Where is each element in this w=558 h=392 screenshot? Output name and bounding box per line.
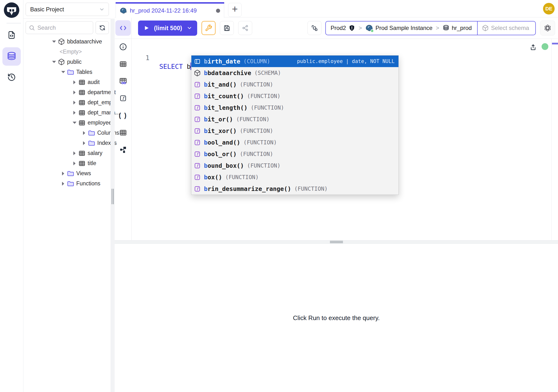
autocomplete-item-bound-box[interactable]: fbound_box()(FUNCTION) bbox=[192, 160, 399, 171]
tree-item-columns[interactable]: Columns bbox=[23, 128, 111, 138]
tree-item-audit[interactable]: audit bbox=[23, 77, 111, 87]
suggestion-name: bit_and() bbox=[204, 81, 236, 88]
breadcrumb-separator: > bbox=[358, 25, 363, 31]
caret-right-icon[interactable] bbox=[72, 100, 76, 104]
panel-resize-handle[interactable] bbox=[111, 18, 115, 392]
run-query-button[interactable]: (limit 500) bbox=[138, 20, 197, 36]
caret-right-icon[interactable] bbox=[82, 131, 86, 135]
functions-button[interactable]: f bbox=[118, 93, 129, 104]
sample-data-button[interactable] bbox=[118, 76, 129, 87]
caret-down-icon[interactable] bbox=[52, 40, 56, 44]
autocomplete-item-bool-or[interactable]: fbool_or()(FUNCTION) bbox=[192, 148, 399, 160]
autocomplete-item-bit-count[interactable]: fbit_count()(FUNCTION) bbox=[192, 90, 399, 102]
ai-assistant-button[interactable] bbox=[540, 20, 555, 35]
chevron-down-icon bbox=[99, 7, 105, 12]
caret-right-icon[interactable] bbox=[61, 182, 65, 185]
sidebar-item-history[interactable] bbox=[5, 71, 18, 84]
batch-query-button[interactable] bbox=[307, 21, 322, 35]
unsaved-dot-icon bbox=[216, 9, 220, 13]
autocomplete-item-birth-date[interactable]: birth_date(COLUMN)public.employee | date… bbox=[192, 55, 399, 67]
table-icon bbox=[119, 129, 127, 136]
database-icon bbox=[443, 25, 449, 31]
tree-item-salary[interactable]: salary bbox=[23, 148, 111, 158]
function-icon: f bbox=[194, 174, 201, 181]
instance-status-dot bbox=[370, 29, 374, 33]
new-tab-button[interactable]: + bbox=[228, 3, 242, 17]
caret-right-icon[interactable] bbox=[72, 161, 76, 165]
autocomplete-item-brin-desummarize-range[interactable]: fbrin_desummarize_range()(FUNCTION) bbox=[192, 183, 399, 195]
tree-item-department[interactable]: department bbox=[23, 87, 111, 97]
caret-down-icon[interactable] bbox=[52, 60, 56, 64]
tree-item-indexes[interactable]: Indexes bbox=[23, 138, 111, 148]
tab-label: hr_prod 2024-11-22 16:49 bbox=[130, 7, 197, 14]
autocomplete-item-bit-length[interactable]: fbit_length()(FUNCTION) bbox=[192, 102, 399, 113]
left-rail bbox=[0, 0, 23, 392]
editor-minimap[interactable] bbox=[551, 39, 558, 240]
suggestion-detail: public.employee | date, NOT NULL bbox=[297, 58, 395, 64]
tree-item-label: dept_mana... bbox=[87, 109, 120, 116]
code-view-toggle-button[interactable] bbox=[115, 20, 131, 36]
tables-button[interactable] bbox=[118, 58, 129, 70]
breadcrumb-environment[interactable]: Prod2 bbox=[331, 25, 355, 31]
rail-divider bbox=[7, 23, 21, 23]
caret-right-icon[interactable] bbox=[72, 80, 76, 84]
schema-select[interactable]: Select schema bbox=[477, 21, 535, 35]
tree-item-title[interactable]: title bbox=[23, 158, 111, 168]
info-button[interactable] bbox=[118, 41, 129, 52]
project-select-value: Basic Project bbox=[30, 6, 64, 13]
caret-down-icon[interactable] bbox=[61, 70, 65, 74]
breadcrumb-database[interactable]: hr_prod bbox=[443, 25, 472, 31]
tree-item-empty[interactable]: <Empty> bbox=[23, 47, 111, 57]
code-view-column bbox=[115, 17, 131, 39]
tree-item-tables[interactable]: Tables bbox=[23, 67, 111, 77]
column-icon bbox=[194, 58, 201, 65]
tree-item-label: audit bbox=[87, 79, 100, 86]
tab-hr-prod[interactable]: hr_prod 2024-11-22 16:49 bbox=[116, 2, 224, 18]
project-select[interactable]: Basic Project bbox=[26, 3, 109, 16]
folder-icon bbox=[67, 180, 74, 187]
tree-item-bbdataarchive[interactable]: bbdataarchive bbox=[23, 36, 111, 47]
database-label: hr_prod bbox=[452, 25, 472, 31]
autocomplete-item-bbdataarchive[interactable]: bbdataarchive(SCHEMA) bbox=[192, 67, 399, 79]
autocomplete-item-bit-xor[interactable]: fbit_xor()(FUNCTION) bbox=[192, 125, 399, 137]
autocomplete-item-box[interactable]: fbox()(FUNCTION) bbox=[192, 171, 399, 183]
tree-item-employee[interactable]: employee bbox=[23, 118, 111, 128]
tree-item-label: employee bbox=[87, 120, 112, 126]
tree-item-public[interactable]: public bbox=[23, 57, 111, 67]
caret-down-icon[interactable] bbox=[72, 121, 76, 125]
refresh-button[interactable] bbox=[96, 21, 109, 34]
bytebase-logo-icon[interactable] bbox=[4, 2, 19, 18]
caret-right-icon[interactable] bbox=[72, 151, 76, 155]
autocomplete-item-bit-and[interactable]: fbit_and()(FUNCTION) bbox=[192, 79, 399, 90]
sidebar-item-databases[interactable] bbox=[2, 47, 21, 66]
openai-icon bbox=[543, 24, 552, 32]
postgres-icon bbox=[120, 7, 127, 14]
function-icon: f bbox=[194, 162, 201, 169]
tree-item-functions[interactable]: Functions bbox=[23, 178, 111, 189]
caret-right-icon[interactable] bbox=[72, 111, 76, 114]
upload-sql-button[interactable] bbox=[530, 44, 537, 51]
wrench-icon bbox=[205, 24, 212, 32]
share-button[interactable] bbox=[238, 21, 252, 35]
suggestion-kind: (COLUMN) bbox=[244, 58, 270, 64]
schema-diagram-button[interactable] bbox=[118, 144, 129, 155]
tree-item-dept-emp[interactable]: dept_emp bbox=[23, 97, 111, 107]
tree-item-views[interactable]: Views bbox=[23, 168, 111, 178]
resize-grip-icon bbox=[330, 241, 343, 243]
folder-icon bbox=[88, 129, 95, 136]
avatar[interactable]: DE bbox=[543, 3, 555, 15]
search-input[interactable] bbox=[37, 24, 90, 31]
save-button[interactable] bbox=[220, 21, 234, 35]
sql-editor[interactable]: 1 SELECT birth_date FROM public.employee… bbox=[131, 39, 558, 240]
breadcrumb-instance[interactable]: Prod Sample Instance bbox=[366, 24, 433, 32]
caret-right-icon[interactable] bbox=[61, 171, 65, 175]
format-sql-button[interactable] bbox=[201, 21, 216, 35]
schema-tree: bbdataarchive<Empty>publicTablesauditdep… bbox=[23, 36, 111, 189]
caret-right-icon[interactable] bbox=[72, 90, 76, 94]
autocomplete-item-bool-and[interactable]: fbool_and()(FUNCTION) bbox=[192, 137, 399, 148]
caret-right-icon[interactable] bbox=[82, 141, 86, 145]
autocomplete-item-bit-or[interactable]: fbit_or()(FUNCTION) bbox=[192, 113, 399, 125]
sidebar-item-worksheets[interactable] bbox=[5, 29, 18, 41]
results-resize-handle[interactable] bbox=[115, 240, 558, 244]
tree-item-dept-mana[interactable]: dept_mana... bbox=[23, 107, 111, 118]
